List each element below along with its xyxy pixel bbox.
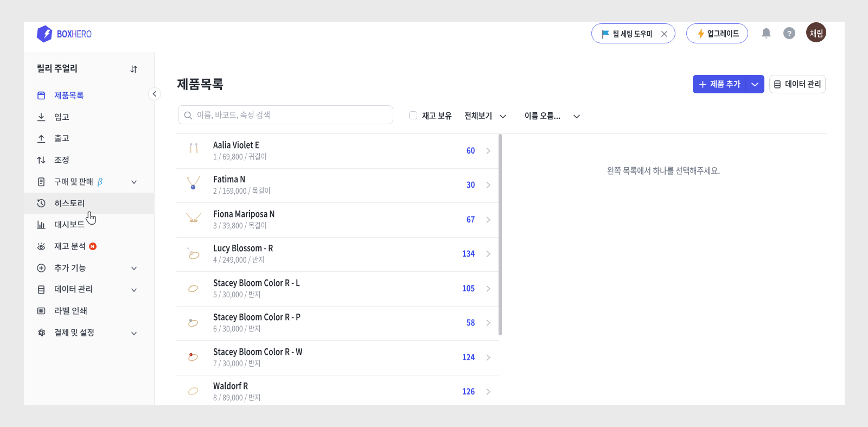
svg-text:?: ? [787,29,792,37]
